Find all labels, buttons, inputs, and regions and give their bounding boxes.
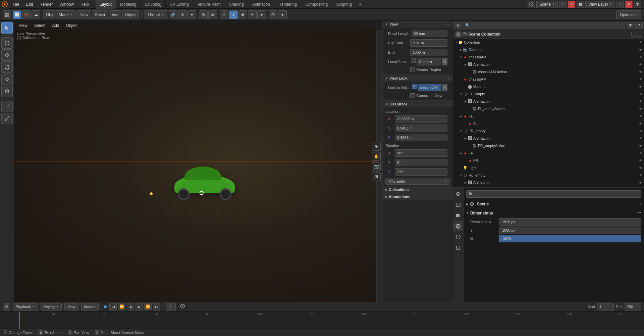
item-eye[interactable]: 👁 xyxy=(639,100,643,103)
tool-select[interactable] xyxy=(1,22,13,34)
camera-btn[interactable]: 📷 xyxy=(372,162,381,171)
cursor-x-value[interactable]: -0.9805 m xyxy=(395,115,447,123)
camera-value[interactable]: Camera xyxy=(417,58,441,65)
scene-props-header[interactable]: ▶ Scene ≡ xyxy=(466,200,641,208)
item-eye[interactable]: 👁 xyxy=(639,166,643,170)
render-region-checkbox[interactable] xyxy=(410,67,415,72)
menu-file[interactable]: File xyxy=(9,0,22,9)
list-item[interactable]: ▼ ⬡ FL_empty 👁 xyxy=(453,90,644,98)
filter-icon[interactable] xyxy=(634,1,641,8)
hand-pan-btn[interactable]: ✋ xyxy=(372,152,381,161)
scene-icon[interactable] xyxy=(528,1,535,8)
menu-help[interactable]: Help xyxy=(77,0,92,9)
end-value[interactable]: 1000 m xyxy=(410,49,447,56)
jump-end-btn[interactable]: ⏭ xyxy=(153,303,160,310)
tab-modeling[interactable]: Modeling xyxy=(116,0,141,9)
tab-rendering[interactable]: Rendering xyxy=(274,0,301,9)
tab-texture-paint[interactable]: Texture Paint xyxy=(193,0,225,9)
jump-start-btn[interactable]: ⏮ xyxy=(109,303,117,310)
viewport-header-view[interactable]: View xyxy=(17,22,30,29)
list-item[interactable]: ▶ 🅰 Animation 👁 xyxy=(453,61,644,68)
scene-collection-expand[interactable] xyxy=(455,32,461,37)
lock-obj-value[interactable]: chassisAM xyxy=(418,84,441,91)
select-lasso-mode[interactable]: ☁ xyxy=(32,10,40,19)
tool-measure[interactable] xyxy=(1,113,13,124)
cursor-3d-header[interactable]: ▼ 3D Cursor ⋯ xyxy=(383,101,453,107)
tab-compositing[interactable]: Compositing xyxy=(301,0,332,9)
collection-visibility-eye[interactable] xyxy=(631,32,636,37)
rotation-mode-select[interactable]: XYZ Euler ▼ xyxy=(385,178,450,185)
menu-window[interactable]: Window xyxy=(56,0,77,9)
props-search-box[interactable]: 🔍 xyxy=(466,190,641,198)
list-item[interactable]: 🔺 chassisAM 👁 xyxy=(453,76,644,83)
item-eye[interactable]: 👁 xyxy=(639,107,643,111)
view-layer-selector[interactable]: View Layer ▼ xyxy=(585,1,615,8)
timeline-editor-type[interactable] xyxy=(3,303,10,310)
zoom-to-fit-btn[interactable]: ⊕ xyxy=(372,142,381,151)
list-item[interactable]: ▼ 📁 Collection 👁 xyxy=(453,39,644,46)
outliner-filter[interactable] xyxy=(627,22,634,29)
view-layer-add-button[interactable]: + xyxy=(616,1,624,8)
props-tab-view-layer[interactable] xyxy=(453,210,463,221)
item-expand-arrow[interactable]: ▼ xyxy=(459,92,463,96)
add-workspace-button[interactable]: + xyxy=(356,2,364,7)
clip-start-value[interactable]: 0.01 m xyxy=(410,39,447,47)
tab-shading[interactable]: Shading xyxy=(225,0,248,9)
timeline-view-dropdown[interactable]: View xyxy=(64,303,78,310)
view-layer-remove-button[interactable]: ✕ xyxy=(625,1,633,8)
play-reverse-btn[interactable]: ◄ xyxy=(127,303,134,310)
proportional-dropdown[interactable]: ▼ xyxy=(187,10,196,19)
list-item[interactable]: ▶ 🔺 FL 👁 xyxy=(453,112,644,120)
tool-scale[interactable] xyxy=(1,74,13,85)
cursor-rz-value[interactable]: -90° xyxy=(395,168,447,176)
tab-layout[interactable]: Layout xyxy=(96,0,116,9)
scene-remove-button[interactable]: ✕ xyxy=(568,1,575,8)
item-eye[interactable]: 👁 xyxy=(639,144,643,148)
select-menu-btn[interactable]: Select xyxy=(92,10,108,19)
item-expand-arrow[interactable]: ▶ xyxy=(459,48,463,52)
item-eye[interactable]: 👁 xyxy=(639,137,643,140)
mode-dropdown[interactable]: Object Mode ▼ xyxy=(43,10,76,19)
view-lock-header[interactable]: ▼ View Lock ⋯ xyxy=(383,75,453,82)
list-item[interactable]: 🔺 FL 👁 xyxy=(453,120,644,127)
item-expand-arrow[interactable]: ▼ xyxy=(459,173,463,177)
list-item[interactable]: ▶ 🔺 FR 👁 xyxy=(453,149,644,157)
cursor-y-value[interactable]: 0.9403 m xyxy=(395,125,447,132)
shading-dropdown[interactable]: ▼ xyxy=(257,10,266,19)
select-box-mode[interactable]: ⬜ xyxy=(13,10,21,19)
frame-indicator[interactable]: 1 xyxy=(166,303,176,310)
add-menu-btn[interactable]: Add xyxy=(109,10,121,19)
focal-length-value[interactable]: 50 mm xyxy=(412,30,447,37)
list-item[interactable]: 💡 Light 👁 xyxy=(453,164,644,172)
collection-render-cam[interactable] xyxy=(637,32,641,37)
annotations-header[interactable]: ▶ Annotations ⋯ xyxy=(383,193,453,200)
shading-rendered[interactable]: ☀ xyxy=(248,10,257,19)
list-item[interactable]: 🎬 chassisAM Action 👁 xyxy=(453,68,644,76)
blender-logo[interactable] xyxy=(0,0,9,9)
list-item[interactable]: ▶ 📷 Camera 👁 xyxy=(453,46,644,53)
cursor-ry-value[interactable]: 0° xyxy=(395,159,447,166)
item-eye[interactable]: 👁 xyxy=(639,114,643,118)
select-circle-mode[interactable]: ⭕ xyxy=(22,10,31,19)
list-item[interactable]: ⬤ Material 👁 xyxy=(453,83,644,90)
item-eye[interactable]: 👁 xyxy=(639,151,643,155)
play-btn[interactable]: ► xyxy=(136,303,143,310)
item-eye[interactable]: 👁 xyxy=(639,63,643,66)
res-y-value[interactable]: 1080 px xyxy=(499,227,641,234)
props-tab-world[interactable] xyxy=(453,232,463,242)
viewport-header-add[interactable]: Add xyxy=(50,22,61,29)
dimensions-header[interactable]: ▼ Dimensions xyxy=(466,209,641,217)
viewport-header-object[interactable]: Object xyxy=(64,22,80,29)
list-item[interactable]: ▼ ⬡ FR_empty 👁 xyxy=(453,127,644,135)
lock-obj-clear-btn[interactable]: ✕ xyxy=(442,84,447,91)
playback-dropdown[interactable]: Playback ▼ xyxy=(13,303,38,310)
local-cam-checkbox[interactable] xyxy=(411,58,416,63)
collection-btn[interactable]: ⊞ xyxy=(372,172,381,181)
marker-dropdown[interactable]: Marker xyxy=(81,303,99,310)
item-eye[interactable]: 👁 xyxy=(639,48,643,52)
item-eye[interactable]: 👁 xyxy=(639,181,643,185)
object-menu-btn[interactable]: Object xyxy=(122,10,139,19)
item-expand-arrow[interactable]: ▶ xyxy=(459,151,463,155)
step-back-btn[interactable]: ⏪ xyxy=(118,303,125,310)
item-expand-arrow[interactable]: ▶ xyxy=(464,62,468,66)
